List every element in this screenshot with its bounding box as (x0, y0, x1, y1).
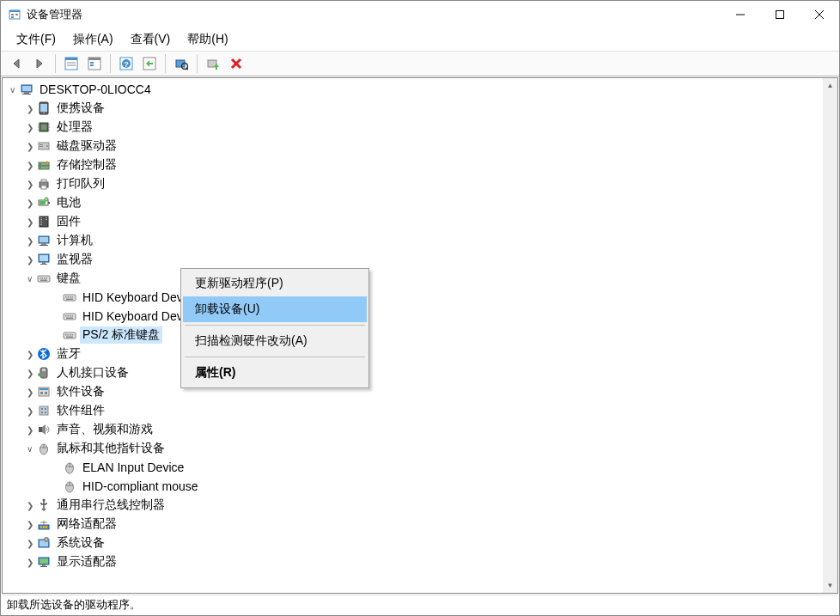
monitor-icon (37, 253, 51, 266)
show-hide-tree-button[interactable] (61, 53, 82, 74)
tree-category[interactable]: ❯系统设备 (3, 534, 823, 552)
expand-icon[interactable]: ❯ (23, 424, 36, 436)
app-icon (8, 8, 21, 21)
portable-device-icon (37, 101, 51, 115)
forward-button[interactable] (29, 53, 50, 74)
tree-device[interactable]: ELAN Input Device (3, 458, 823, 477)
keyboard-icon (63, 309, 76, 323)
expand-icon[interactable]: ❯ (23, 140, 36, 153)
tree-category[interactable]: ❯蓝牙 (3, 345, 823, 363)
tree-category[interactable]: ❯电池 (3, 193, 823, 212)
maximize-button[interactable] (760, 1, 800, 28)
tree-category[interactable]: ❯计算机 (3, 231, 823, 250)
help-button[interactable] (116, 53, 137, 74)
tree-category[interactable]: ❯软件组件 (3, 401, 823, 420)
system-icon (37, 536, 51, 550)
disk-icon (37, 139, 51, 153)
expand-icon[interactable]: ❯ (23, 499, 36, 512)
toolbar (1, 51, 839, 76)
tree-category[interactable]: ❯声音、视频和游戏 (3, 420, 823, 439)
tree-device-selected[interactable]: PS/2 标准键盘 (3, 326, 823, 345)
tree-category[interactable]: ❯人机接口设备 (3, 363, 823, 382)
expand-icon[interactable]: ❯ (23, 197, 36, 210)
display-icon (37, 555, 51, 569)
menu-file[interactable]: 文件(F) (8, 29, 64, 50)
tree-category[interactable]: ❯软件设备 (3, 382, 823, 401)
collapse-icon[interactable]: ∨ (23, 442, 36, 455)
expand-icon[interactable]: ❯ (23, 556, 36, 569)
keyboard-icon (37, 271, 51, 285)
expand-icon[interactable]: ❯ (23, 159, 36, 172)
context-menu: 更新驱动程序(P) 卸载设备(U) 扫描检测硬件改动(A) 属性(R) (180, 268, 369, 388)
mouse-icon (37, 442, 51, 455)
action-button[interactable] (139, 53, 160, 74)
uninstall-button[interactable] (226, 53, 247, 74)
tree-category[interactable]: ❯磁盘驱动器 (3, 137, 823, 156)
tree-category[interactable]: ❯便携设备 (3, 99, 823, 118)
collapse-icon[interactable]: ∨ (23, 272, 36, 285)
expand-icon[interactable]: ❯ (23, 386, 36, 399)
tree-device[interactable]: HID Keyboard Device (3, 307, 823, 326)
tree-category[interactable]: ❯存储控制器 (3, 156, 823, 174)
tree-category[interactable]: ❯通用串行总线控制器 (3, 496, 823, 515)
root-label: DESKTOP-0LIOCC4 (37, 82, 154, 97)
component-icon (37, 404, 51, 418)
ctx-separator (185, 325, 365, 326)
expand-icon[interactable]: ❯ (23, 348, 36, 361)
tree-root[interactable]: ∨DESKTOP-0LIOCC4 (3, 80, 823, 99)
computer-icon (20, 82, 33, 96)
close-button[interactable] (800, 1, 839, 28)
ctx-update-driver[interactable]: 更新驱动程序(P) (183, 271, 367, 296)
mouse-icon (63, 460, 76, 474)
ctx-properties[interactable]: 属性(R) (183, 360, 367, 386)
software-icon (37, 385, 51, 399)
tree-category[interactable]: ❯显示适配器 (3, 552, 823, 571)
cpu-icon (37, 120, 51, 134)
battery-icon (37, 196, 51, 210)
back-button[interactable] (6, 53, 27, 74)
printer-icon (37, 177, 51, 191)
ctx-scan-hardware[interactable]: 扫描检测硬件改动(A) (183, 328, 367, 354)
tree-category[interactable]: ❯打印队列 (3, 174, 823, 193)
bluetooth-icon (37, 347, 51, 361)
properties-button[interactable] (84, 53, 105, 74)
menu-action[interactable]: 操作(A) (64, 29, 122, 50)
tree-category-keyboard[interactable]: ∨键盘 (3, 269, 823, 288)
keyboard-icon (63, 328, 76, 342)
vertical-scrollbar[interactable]: ▲ ▼ (823, 78, 837, 593)
scroll-down-icon[interactable]: ▼ (823, 578, 837, 593)
menu-bar: 文件(F) 操作(A) 查看(V) 帮助(H) (1, 28, 839, 51)
expand-icon[interactable]: ❯ (23, 235, 36, 247)
expand-icon[interactable]: ❯ (23, 537, 36, 550)
firmware-icon (37, 215, 51, 229)
tree-category-mouse[interactable]: ∨鼠标和其他指针设备 (3, 439, 823, 458)
tree-category[interactable]: ❯固件 (3, 212, 823, 231)
expand-icon[interactable]: ❯ (23, 178, 36, 191)
tree-category[interactable]: ❯监视器 (3, 250, 823, 269)
ctx-uninstall-device[interactable]: 卸载设备(U) (183, 296, 367, 322)
menu-view[interactable]: 查看(V) (122, 29, 180, 50)
expand-icon[interactable]: ❯ (23, 121, 36, 134)
expand-icon[interactable]: ❯ (23, 216, 36, 229)
expand-icon[interactable]: ❯ (23, 102, 36, 115)
expand-icon[interactable]: ❯ (23, 405, 36, 418)
expand-icon[interactable]: ❯ (23, 253, 36, 266)
collapse-icon[interactable]: ∨ (6, 83, 19, 96)
menu-help[interactable]: 帮助(H) (179, 29, 236, 50)
tree-device[interactable]: HID Keyboard Device (3, 288, 823, 307)
tree-category[interactable]: ❯网络适配器 (3, 515, 823, 534)
scan-hardware-button[interactable] (171, 53, 192, 74)
storage-icon (37, 158, 51, 172)
minimize-button[interactable] (721, 1, 760, 28)
tree-device[interactable]: HID-compliant mouse (3, 477, 823, 496)
title-bar: 设备管理器 (1, 1, 839, 28)
usb-icon (37, 498, 51, 512)
expand-icon[interactable]: ❯ (23, 518, 36, 531)
network-icon (37, 517, 51, 531)
window-title: 设备管理器 (27, 7, 721, 22)
scroll-up-icon[interactable]: ▲ (823, 78, 837, 93)
expand-icon[interactable]: ❯ (23, 367, 36, 380)
update-driver-button[interactable] (203, 53, 223, 74)
device-tree[interactable]: ∨DESKTOP-0LIOCC4 ❯便携设备 ❯处理器 ❯磁盘驱动器 ❯存储控制… (3, 78, 823, 593)
tree-category[interactable]: ❯处理器 (3, 118, 823, 137)
